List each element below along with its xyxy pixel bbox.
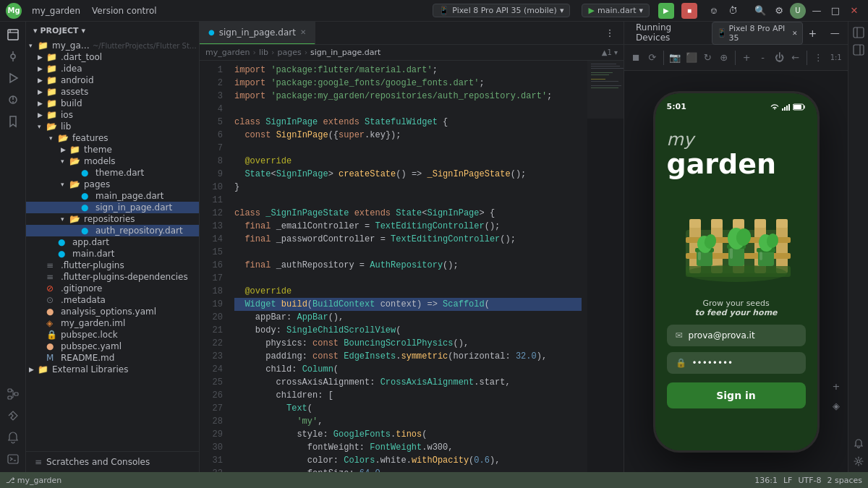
device-back-btn[interactable]: ← (788, 49, 804, 67)
right-device-icon: 📱 (717, 28, 727, 38)
activity-project-icon[interactable] (3, 25, 23, 45)
add-device-button[interactable]: + (806, 25, 820, 41)
email-field[interactable]: ✉ prova@prova.it (667, 325, 806, 346)
tree-theme-dart[interactable]: ▶ ● theme.dart (26, 167, 199, 179)
tree-iml[interactable]: ▶ ◈ my_garden.iml (26, 317, 199, 329)
panel-more-icon[interactable]: — (828, 25, 842, 41)
side-btn-1[interactable]: + (827, 377, 845, 395)
device-power-btn[interactable]: ⏻ (772, 49, 787, 67)
code-line-17 (234, 272, 582, 285)
close-button[interactable]: ✕ (846, 3, 862, 19)
line-ending-status[interactable]: LF (783, 476, 792, 485)
right-panel-toggle-2[interactable] (851, 42, 867, 58)
tree-pubspec-lock[interactable]: ▶ 🔒 pubspec.lock (26, 329, 199, 341)
tree-features[interactable]: ▾ 📂 features (26, 132, 199, 144)
search-button[interactable]: 🔍 (752, 3, 768, 19)
encoding-status[interactable]: UTF-8 (798, 476, 821, 485)
activity-flutter-icon[interactable] (3, 406, 23, 426)
tree-theme[interactable]: ▶ 📁 theme (26, 144, 199, 155)
right-settings-icon[interactable] (851, 453, 867, 469)
tree-analysis-yaml[interactable]: ▶ ● analysis_options.yaml (26, 306, 199, 317)
right-notifications-icon[interactable] (851, 436, 867, 452)
readme-label: README.md (61, 353, 114, 363)
breadcrumb-root[interactable]: my_garden (205, 48, 250, 57)
activity-terminal-icon[interactable] (3, 449, 23, 469)
breadcrumb-file[interactable]: sign_in_page.dart (310, 48, 380, 57)
tree-models[interactable]: ▾ 📂 models (26, 155, 199, 167)
tree-flutter-plugins[interactable]: ▶ ≡ .flutter-plugins (26, 260, 199, 271)
tree-flutter-plugins-deps[interactable]: ▶ ≡ .flutter-plugins-dependencies (26, 271, 199, 283)
right-panel-toggle-1[interactable] (851, 25, 867, 40)
tab-sign-in-page[interactable]: ● sign_in_page.dart ✕ (200, 22, 315, 45)
device-vol-up-btn[interactable]: + (739, 49, 754, 67)
project-header[interactable]: ▾ Project ▾ (26, 22, 199, 40)
breadcrumb-lib[interactable]: lib (259, 48, 268, 57)
code-line-2: import 'package:google_fonts/google_font… (234, 77, 582, 90)
device-stop-btn[interactable]: ⏹ (629, 49, 644, 67)
scratches-and-consoles[interactable]: ≡ Scratches and Consoles (26, 455, 199, 469)
tree-app-dart[interactable]: ▶ ● app.dart (26, 236, 199, 248)
branch-status[interactable]: ⎇ my_garden (6, 476, 61, 485)
tree-android[interactable]: ▶ 📁 android (26, 74, 199, 86)
running-devices-tab[interactable]: Running Devices (630, 22, 706, 47)
svg-rect-62 (698, 252, 701, 260)
code-editor[interactable]: import 'package:flutter/material.dart'; … (229, 61, 587, 472)
right-device-selector[interactable]: 📱 Pixel 8 Pro API 35 ✕ (712, 22, 803, 45)
profiler-button[interactable]: ⏱ (725, 3, 741, 19)
coverage-button[interactable]: ⎊ (706, 3, 722, 19)
minimize-button[interactable]: — (809, 3, 825, 19)
tree-build[interactable]: ▶ 📁 build (26, 98, 199, 109)
device-rotate-btn[interactable]: ↻ (700, 49, 715, 67)
tree-assets[interactable]: ▶ 📁 assets (26, 86, 199, 98)
maximize-button[interactable]: □ (827, 3, 843, 19)
menu-app[interactable]: my_garden (27, 4, 85, 17)
stop-button[interactable]: ■ (681, 3, 697, 19)
tree-pubspec-yaml[interactable]: ▶ ● pubspec.yaml (26, 341, 199, 352)
tree-main-page-dart[interactable]: ▶ ● main_page.dart (26, 190, 199, 202)
settings-button[interactable]: ⚙ (771, 3, 787, 19)
activity-commit-icon[interactable] (3, 46, 23, 67)
device-selector[interactable]: 📱 Pixel 8 Pro API 35 (mobile) ▾ (433, 4, 570, 17)
device-screenshot-btn[interactable]: 📷 (668, 49, 683, 67)
sign-in-button[interactable]: Sign in (667, 382, 806, 408)
tree-main-dart[interactable]: ▶ ● main.dart (26, 248, 199, 260)
tree-auth-repo-dart[interactable]: ▶ ● auth_repository.dart (26, 225, 199, 236)
device-zoom-btn[interactable]: ⊕ (717, 49, 732, 67)
tree-readme[interactable]: ▶ M README.md (26, 352, 199, 364)
cursor-label: 136:1 (754, 476, 778, 485)
activity-run-icon[interactable] (3, 68, 23, 88)
cursor-status[interactable]: 136:1 (754, 476, 778, 485)
device-restart-btn[interactable]: ⟳ (645, 49, 660, 67)
menu-vcs[interactable]: Version control (88, 4, 161, 17)
user-avatar[interactable]: U (790, 3, 806, 19)
activity-bookmarks-icon[interactable] (3, 111, 23, 132)
password-field[interactable]: 🔒 •••••••• (667, 352, 806, 374)
tree-metadata[interactable]: ▶ ⊙ .metadata (26, 294, 199, 306)
indent-status[interactable]: 2 spaces (827, 476, 863, 485)
side-btn-2[interactable]: ◈ (827, 397, 845, 414)
tab-toolbar-more-icon[interactable]: ⋮ (602, 25, 618, 41)
tree-pages[interactable]: ▾ 📂 pages (26, 179, 199, 190)
tree-root[interactable]: ▾ 📁 my_garden ~/FlutterProjects/Flutter … (26, 40, 199, 51)
tree-gitignore[interactable]: ▶ ⊘ .gitignore (26, 283, 199, 294)
tree-idea[interactable]: ▶ 📁 .idea (26, 63, 199, 74)
code-line-13: final _emailController = TextEditingCont… (234, 220, 582, 233)
tree-sign-in-page-dart[interactable]: ▶ ● sign_in_page.dart (26, 202, 199, 213)
tree-lib[interactable]: ▾ 📂 lib (26, 121, 199, 132)
run-button[interactable]: ▶ (658, 3, 674, 19)
tree-external-libs[interactable]: ▶ 📁 External Libraries (26, 364, 199, 375)
device-resize-btn[interactable]: 1:1 (828, 49, 843, 67)
run-config-selector[interactable]: ▶ main.dart ▾ (582, 4, 650, 17)
tree-dart-tool[interactable]: ▶ 📁 .dart_tool (26, 51, 199, 63)
tab-close-icon[interactable]: ✕ (300, 28, 306, 36)
device-screenrecord-btn[interactable]: ⬛ (684, 49, 699, 67)
tree-repositories[interactable]: ▾ 📂 repositories (26, 213, 199, 225)
device-vol-dn-btn[interactable]: - (755, 49, 770, 67)
activity-notifications-icon[interactable] (3, 427, 23, 448)
right-device-close-icon[interactable]: ✕ (792, 30, 798, 37)
activity-debug-icon[interactable] (3, 90, 23, 110)
device-more-btn[interactable]: ⋮ (811, 49, 826, 67)
tree-ios[interactable]: ▶ 📁 ios (26, 109, 199, 121)
activity-structure-icon[interactable] (3, 384, 23, 404)
breadcrumb-pages[interactable]: pages (277, 48, 301, 57)
